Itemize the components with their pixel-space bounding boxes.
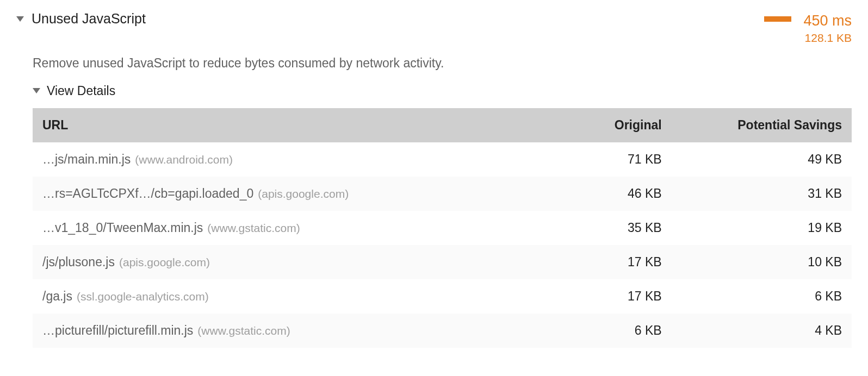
results-table: URL Original Potential Savings …js/main.… xyxy=(33,108,852,348)
view-details-label: View Details xyxy=(47,84,115,98)
url-path: …picturefill/picturefill.min.js xyxy=(42,323,193,337)
url-path: /ga.js xyxy=(42,289,72,303)
cell-url[interactable]: …rs=AGLTcCPXf…/cb=gapi.loaded_0(apis.goo… xyxy=(33,177,524,211)
url-host: (ssl.google-analytics.com) xyxy=(77,290,209,303)
cell-url[interactable]: /ga.js(ssl.google-analytics.com) xyxy=(33,279,524,314)
column-header-url[interactable]: URL xyxy=(33,108,524,142)
cell-url[interactable]: …picturefill/picturefill.min.js(www.gsta… xyxy=(33,314,524,348)
cell-original: 6 KB xyxy=(524,314,672,348)
cell-url[interactable]: …v1_18_0/TweenMax.min.js(www.gstatic.com… xyxy=(33,211,524,245)
table-row: /js/plusone.js(apis.google.com)17 KB10 K… xyxy=(33,245,852,279)
url-host: (apis.google.com) xyxy=(258,187,349,200)
cell-savings: 10 KB xyxy=(672,245,852,279)
cell-url[interactable]: /js/plusone.js(apis.google.com) xyxy=(33,245,524,279)
audit-description: Remove unused JavaScript to reduce bytes… xyxy=(33,56,852,71)
view-details-toggle[interactable]: View Details xyxy=(33,84,852,98)
table-header-row: URL Original Potential Savings xyxy=(33,108,852,142)
metric-bar-icon xyxy=(764,16,791,22)
cell-savings: 4 KB xyxy=(672,314,852,348)
cell-url[interactable]: …js/main.min.js(www.android.com) xyxy=(33,142,524,177)
url-host: (www.gstatic.com) xyxy=(207,222,300,234)
cell-original: 71 KB xyxy=(524,142,672,177)
cell-savings: 6 KB xyxy=(672,279,852,314)
audit-metrics: 450 ms 128.1 KB xyxy=(764,11,852,46)
url-path: …js/main.min.js xyxy=(42,152,131,166)
url-path: …rs=AGLTcCPXf…/cb=gapi.loaded_0 xyxy=(42,186,253,200)
audit-title-wrap: Unused JavaScript xyxy=(16,11,146,27)
metric-size: 128.1 KB xyxy=(803,30,852,46)
cell-savings: 49 KB xyxy=(672,142,852,177)
metric-time: 450 ms xyxy=(803,11,852,30)
details-section: View Details URL Original Potential Savi… xyxy=(33,84,852,348)
cell-original: 35 KB xyxy=(524,211,672,245)
column-header-savings[interactable]: Potential Savings xyxy=(672,108,852,142)
metric-values: 450 ms 128.1 KB xyxy=(803,11,852,46)
chevron-down-icon xyxy=(33,88,40,93)
cell-original: 17 KB xyxy=(524,245,672,279)
cell-original: 17 KB xyxy=(524,279,672,314)
audit-title: Unused JavaScript xyxy=(32,11,146,27)
url-host: (www.android.com) xyxy=(135,153,233,166)
cell-original: 46 KB xyxy=(524,177,672,211)
cell-savings: 19 KB xyxy=(672,211,852,245)
table-row: …rs=AGLTcCPXf…/cb=gapi.loaded_0(apis.goo… xyxy=(33,177,852,211)
chevron-down-icon[interactable] xyxy=(16,16,24,22)
table-row: …v1_18_0/TweenMax.min.js(www.gstatic.com… xyxy=(33,211,852,245)
cell-savings: 31 KB xyxy=(672,177,852,211)
url-host: (apis.google.com) xyxy=(119,256,210,268)
table-row: …js/main.min.js(www.android.com)71 KB49 … xyxy=(33,142,852,177)
column-header-original[interactable]: Original xyxy=(524,108,672,142)
url-host: (www.gstatic.com) xyxy=(197,324,290,337)
url-path: /js/plusone.js xyxy=(42,255,115,269)
url-path: …v1_18_0/TweenMax.min.js xyxy=(42,221,203,235)
audit-header: Unused JavaScript 450 ms 128.1 KB xyxy=(16,11,852,46)
table-row: …picturefill/picturefill.min.js(www.gsta… xyxy=(33,314,852,348)
table-row: /ga.js(ssl.google-analytics.com)17 KB6 K… xyxy=(33,279,852,314)
